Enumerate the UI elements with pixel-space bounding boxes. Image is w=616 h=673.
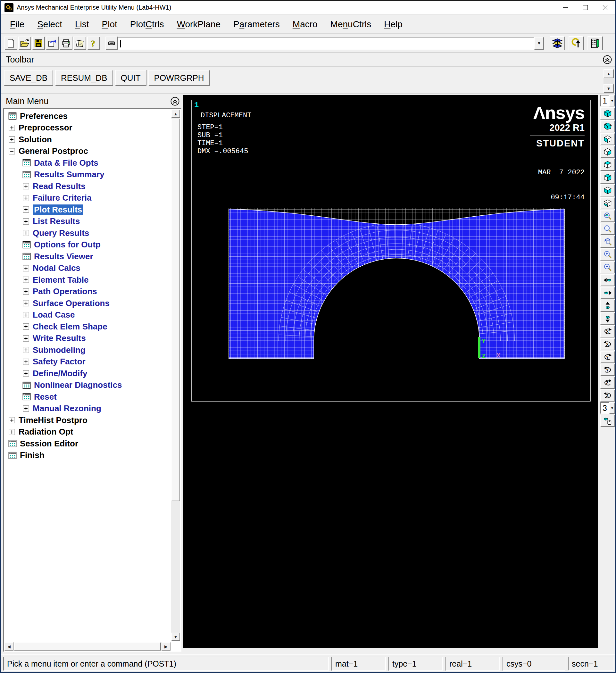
expand-plus-icon[interactable] — [22, 311, 29, 318]
view-left-button[interactable] — [600, 184, 615, 196]
expand-plus-icon[interactable] — [22, 183, 29, 190]
zoom-model-button[interactable] — [600, 210, 615, 222]
tree-scroll-down-button[interactable]: ▼ — [171, 633, 180, 641]
tree-item-read-results[interactable]: Read Results — [4, 180, 170, 192]
tree-hscroll-thumb[interactable] — [14, 642, 161, 651]
menu-macro[interactable]: Macro — [288, 17, 323, 31]
pan-left-button[interactable] — [600, 274, 615, 286]
expand-plus-icon[interactable] — [22, 370, 29, 377]
zoom-back-button[interactable] — [600, 236, 615, 248]
tree-item-list-results[interactable]: List Results — [4, 216, 170, 228]
toolbar-collapse-button[interactable] — [602, 55, 612, 65]
dynamic-model-mode-button[interactable] — [600, 415, 615, 427]
view-bottom-button[interactable] — [600, 197, 615, 209]
expand-plus-icon[interactable] — [22, 358, 29, 365]
rotate-z-minus-button[interactable]: Z — [600, 389, 615, 402]
zoom-window-button[interactable] — [600, 223, 615, 235]
expand-plus-icon[interactable] — [22, 218, 29, 225]
tree-item-plot-results[interactable]: Plot Results — [4, 204, 170, 216]
expand-plus-icon[interactable] — [22, 347, 29, 354]
menu-menuctrls[interactable]: MenuCtrls — [326, 17, 376, 31]
expand-plus-icon[interactable] — [8, 136, 15, 143]
tree-item-path-operations[interactable]: Path Operations — [4, 286, 170, 298]
tree-item-data-file-opts[interactable]: Data & File Opts — [4, 157, 170, 169]
command-input[interactable] — [118, 37, 534, 50]
tree-vertical-scrollbar[interactable]: ▲ ▼ — [171, 109, 180, 641]
rotate-z-plus-button[interactable]: Z — [600, 377, 615, 389]
tree-item-load-case[interactable]: Load Case — [4, 309, 170, 321]
tree-item-results-summary[interactable]: Results Summary — [4, 169, 170, 181]
main-menu-collapse-button[interactable] — [170, 96, 180, 107]
close-button[interactable] — [595, 1, 615, 14]
tree-item-define-modify[interactable]: Define/Modify — [4, 368, 170, 380]
tree-item-solution[interactable]: Solution — [4, 134, 170, 146]
tree-item-safety-factor[interactable]: Safety Factor — [4, 356, 170, 368]
expand-plus-icon[interactable] — [22, 195, 29, 202]
toolbar-button-quit[interactable]: QUIT — [115, 70, 147, 86]
expand-plus-icon[interactable] — [8, 417, 15, 424]
view-right-button[interactable] — [600, 146, 615, 158]
tree-item-general-postproc[interactable]: General Postproc — [4, 146, 170, 157]
menu-help[interactable]: Help — [379, 17, 407, 31]
rotate-rate-select-dropdown[interactable]: ▼ — [609, 402, 615, 414]
graphics-window[interactable]: Y Z X 1 DISPLACEMENTSTEP=1SUB =1TIME=1DM… — [183, 95, 598, 648]
view-back-button[interactable] — [600, 172, 615, 184]
expand-plus-icon[interactable] — [22, 288, 29, 295]
expand-plus-icon[interactable] — [22, 229, 29, 236]
menu-workplane[interactable]: WorkPlane — [172, 17, 225, 31]
tree-item-nodal-calcs[interactable]: Nodal Calcs — [4, 262, 170, 274]
tree-item-reset[interactable]: Reset — [4, 391, 170, 403]
menu-file[interactable]: File — [5, 17, 29, 31]
expand-plus-icon[interactable] — [22, 276, 29, 283]
toolbar-button-powrgrph[interactable]: POWRGRPH — [148, 70, 210, 86]
tree-item-radiation-opt[interactable]: Radiation Opt — [4, 426, 170, 438]
tree-item-preferences[interactable]: Preferences — [4, 110, 170, 122]
expand-plus-icon[interactable] — [8, 429, 15, 436]
rotate-y-plus-button[interactable]: Y — [600, 351, 615, 363]
contour-style-button[interactable] — [550, 36, 565, 50]
expand-plus-icon[interactable] — [8, 124, 15, 132]
tree-scroll-right-button[interactable]: ▶ — [162, 642, 171, 651]
command-history-dropdown[interactable]: ▼ — [534, 37, 544, 50]
expand-plus-icon[interactable] — [22, 206, 29, 213]
pan-down-button[interactable] — [600, 312, 615, 324]
menu-list[interactable]: List — [70, 17, 94, 31]
tree-item-failure-criteria[interactable]: Failure Criteria — [4, 192, 170, 204]
tree-horizontal-scrollbar[interactable]: ◀ ▶ — [4, 642, 171, 651]
report-generator-button[interactable] — [73, 36, 86, 50]
tree-scroll-left-button[interactable]: ◀ — [4, 642, 13, 651]
dialog-picker-button[interactable] — [588, 36, 603, 50]
rotate-x-plus-button[interactable]: X — [600, 325, 615, 338]
tree-item-results-viewer[interactable]: Results Viewer — [4, 251, 170, 262]
tree-item-write-results[interactable]: Write Results — [4, 332, 170, 345]
tree-scroll-thumb[interactable] — [171, 119, 180, 501]
new-file-button[interactable] — [4, 36, 17, 50]
help-button[interactable]: ? — [87, 36, 100, 50]
view-iso-button[interactable] — [600, 107, 615, 120]
tree-item-finish[interactable]: Finish — [4, 450, 170, 461]
toolbar-button-save-db[interactable]: SAVE_DB — [4, 70, 53, 86]
expand-plus-icon[interactable] — [22, 265, 29, 272]
expand-plus-icon[interactable] — [22, 335, 29, 342]
tree-item-preprocessor[interactable]: Preprocessor — [4, 122, 170, 134]
tree-item-surface-operations[interactable]: Surface Operations — [4, 297, 170, 309]
expand-plus-icon[interactable] — [22, 300, 29, 307]
zoom-out-button[interactable] — [600, 261, 615, 273]
pan-up-button[interactable] — [600, 300, 615, 312]
pan-right-button[interactable] — [600, 287, 615, 299]
collapse-minus-icon[interactable] — [8, 148, 15, 155]
toolbar-button-resum-db[interactable]: RESUM_DB — [55, 70, 113, 86]
menu-select[interactable]: Select — [32, 17, 67, 31]
tree-item-timehist-postpro[interactable]: TimeHist Postpro — [4, 414, 170, 426]
tree-item-element-table[interactable]: Element Table — [4, 274, 170, 286]
menu-parameters[interactable]: Parameters — [228, 17, 284, 31]
command-keyboard-button[interactable] — [106, 36, 118, 50]
rotate-x-minus-button[interactable]: X — [600, 338, 615, 350]
minimize-button[interactable] — [556, 1, 575, 14]
tree-item-check-elem-shape[interactable]: Check Elem Shape — [4, 321, 170, 332]
menu-plotctrls[interactable]: PlotCtrls — [125, 17, 169, 31]
print-button[interactable] — [60, 36, 72, 50]
tree-item-manual-rezoning[interactable]: Manual Rezoning — [4, 403, 170, 415]
save-db-button[interactable] — [32, 36, 45, 50]
zoom-in-button[interactable] — [600, 248, 615, 260]
